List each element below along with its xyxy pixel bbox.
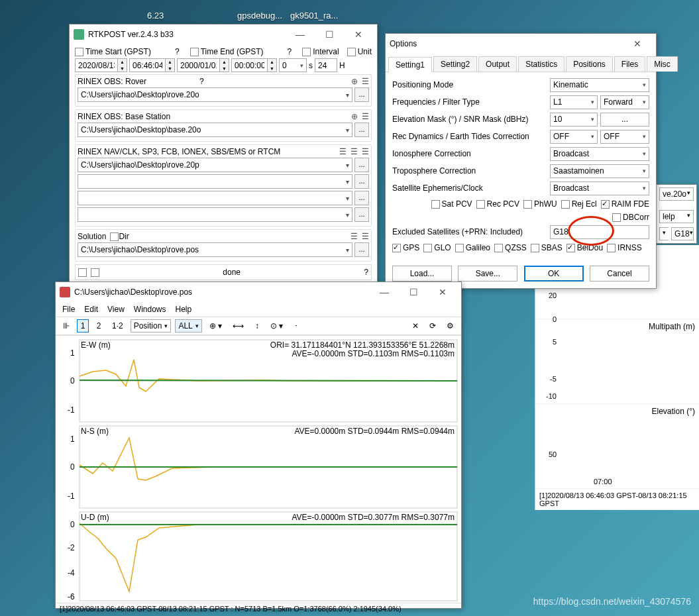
tab-setting1[interactable]: Setting1 [388,57,432,72]
spin-buttons[interactable]: ▲▼ [117,58,127,72]
list-icon[interactable]: ☰ [350,232,358,241]
time-end-checkbox[interactable] [190,48,199,56]
tab-output[interactable]: Output [478,56,517,72]
filter-select[interactable]: Forward [600,95,649,109]
menu-help[interactable]: Help [176,305,192,314]
beidou-checkbox[interactable] [566,244,575,252]
list-icon[interactable]: ☰ [362,147,369,156]
tab-files[interactable]: Files [614,56,645,72]
sel1-toggle[interactable]: 1 [77,319,89,333]
nav-path4-combo[interactable] [78,207,352,222]
satpcv-checkbox[interactable] [431,200,440,209]
irnss-checkbox[interactable] [607,244,616,252]
sel2-toggle[interactable]: 2 [93,319,105,333]
minimize-button[interactable]: — [286,25,315,44]
tab-positions[interactable]: Positions [566,56,613,72]
load-button[interactable]: Load... [392,266,452,282]
close-button[interactable]: ✕ [344,25,373,44]
menu-file[interactable]: File [62,305,75,314]
unit-input[interactable] [315,58,337,72]
clear-tool[interactable]: ✕ [409,319,422,333]
list-icon[interactable]: ☰ [362,112,369,121]
center-tool[interactable]: ⊕ ▾ [206,319,225,333]
time-end-input[interactable] [231,58,267,72]
titlebar[interactable]: C:\Users\jichao\Desktop\rove.pos — ☐ ✕ [56,282,461,302]
titlebar[interactable]: RTKPOST ver.2.4.3 b33 — ☐ ✕ [70,25,377,44]
ok-button[interactable]: OK [524,266,584,282]
help-q[interactable]: ? [364,268,368,277]
browse-button[interactable]: ... [354,158,369,172]
list-icon[interactable]: ☰ [362,77,369,86]
help-q[interactable]: ? [175,47,180,56]
plot-type-select[interactable]: Position [131,319,172,333]
list-icon[interactable]: ☰ [362,232,369,241]
status-chk2[interactable] [91,268,99,277]
cancel-button[interactable]: Cancel [590,266,649,282]
pos-mode-select[interactable]: Kinematic [550,78,649,92]
plot-area[interactable]: E-W (m) 1 0 -1 ORI= 31.171184401°N 121.3… [56,335,461,603]
maximize-button[interactable]: ☐ [315,25,344,44]
tropo-select[interactable]: Saastamoinen [550,164,649,178]
reload-tool[interactable]: ⟳ [426,319,439,333]
browse-button[interactable]: ... [354,191,369,205]
tab-misc[interactable]: Misc [647,56,678,72]
menu-edit[interactable]: Edit [84,305,98,314]
rejecl-checkbox[interactable] [561,200,570,209]
recpcv-checkbox[interactable] [476,200,485,209]
excl-input[interactable] [550,225,649,239]
dir-checkbox[interactable] [110,232,119,241]
menu-windows[interactable]: Windows [134,305,166,314]
nav-path2-combo[interactable] [78,174,352,189]
iono-select[interactable]: Broadcast [550,147,649,161]
elev-select[interactable]: 10 [550,113,598,127]
list-icon[interactable]: ☰ [350,147,358,156]
spin-buttons[interactable]: ▲▼ [165,58,175,72]
tides-select[interactable]: OFF [600,130,649,144]
tab-setting2[interactable]: Setting2 [433,56,477,72]
hidden-combo[interactable]: lelp [659,210,694,223]
fit-h-tool[interactable]: ⟷ [229,319,247,333]
origin-tool[interactable]: ⊙ ▾ [267,319,286,333]
unit-checkbox[interactable] [347,48,356,56]
rec-dyn-select[interactable]: OFF [550,130,598,144]
base-path-combo[interactable]: C:\Users\jichao\Desktop\base.20o [78,123,352,137]
list-icon[interactable]: ☰ [339,147,347,156]
titlebar[interactable]: Options ✕ [386,34,656,54]
freq-select[interactable]: L1 [550,95,598,109]
hidden-blank[interactable] [659,227,669,240]
ephem-select[interactable]: Broadcast [550,181,649,195]
swap-icon[interactable]: ⊕ [351,77,358,86]
minimize-button[interactable]: — [370,283,399,301]
menu-view[interactable]: View [107,305,125,314]
swap-icon[interactable]: ⊕ [351,112,358,121]
spin-buttons[interactable]: ▲▼ [219,58,229,72]
time-start-input[interactable] [129,58,165,72]
sel12-toggle[interactable]: 1·2 [109,319,127,333]
spin-buttons[interactable]: ▲▼ [267,58,277,72]
time-start-checkbox[interactable] [75,48,83,56]
nav-path3-combo[interactable] [78,191,352,205]
status-chk1[interactable] [78,268,87,277]
hidden-combo[interactable]: ve.20o [659,187,694,201]
interval-checkbox[interactable] [302,48,311,56]
help-q[interactable]: ? [288,47,292,56]
date-end-input[interactable] [177,58,219,72]
snr-button[interactable]: ... [600,113,649,127]
close-button[interactable]: ✕ [428,283,457,301]
browse-button[interactable]: ... [354,207,369,222]
raimfde-checkbox[interactable] [601,200,610,209]
phwu-checkbox[interactable] [523,200,532,209]
settings-tool[interactable]: ⚙ [443,319,457,333]
hidden-combo-sat[interactable]: G18 [671,227,694,240]
interval-select[interactable]: 0 [279,58,307,72]
sat-filter-select[interactable]: ALL [175,319,201,333]
qzss-checkbox[interactable] [494,244,503,252]
rover-path-combo[interactable]: C:\Users\jichao\Desktop\rove.20o [78,87,352,102]
fit-v-tool[interactable]: ↕ [251,319,263,333]
toggle-tool[interactable]: ･ [290,319,302,333]
browse-button[interactable]: ... [354,242,369,257]
dbcorr-checkbox[interactable] [612,213,621,222]
glo-checkbox[interactable] [423,244,432,252]
browse-button[interactable]: ... [354,123,369,137]
close-button[interactable]: ✕ [623,34,652,53]
